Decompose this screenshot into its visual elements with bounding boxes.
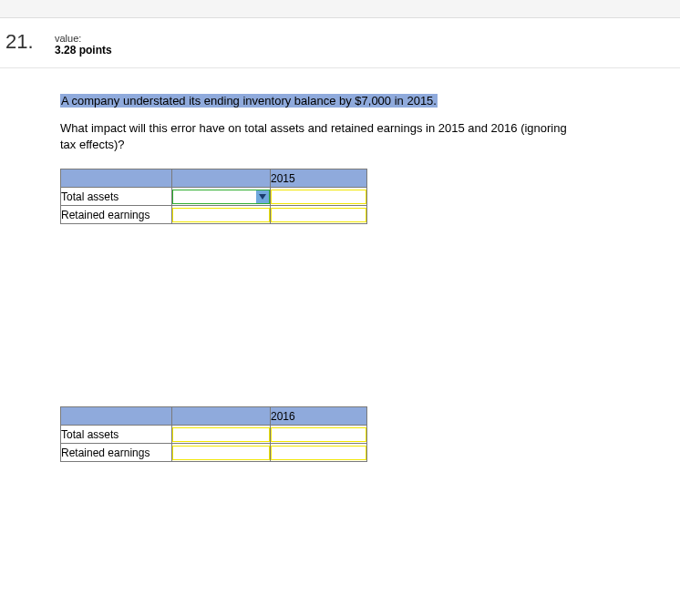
effect-input[interactable] (172, 427, 270, 442)
chevron-down-icon[interactable] (256, 190, 269, 203)
question-number: 21. (5, 31, 55, 53)
effect-input[interactable] (172, 208, 270, 222)
amount-input[interactable] (271, 427, 366, 442)
table-header-year: 2016 (271, 407, 367, 426)
amount-input[interactable] (271, 208, 366, 222)
amount-input[interactable] (271, 446, 366, 460)
amount-input-cell (271, 206, 367, 224)
effect-input-cell (172, 426, 271, 444)
effect-input-cell (172, 206, 271, 224)
table-header-blank (61, 169, 172, 188)
svg-marker-0 (259, 194, 266, 200)
highlighted-statement: A company understated its ending invento… (60, 94, 438, 108)
table-header-blank (172, 169, 271, 188)
question-meta: value: 3.28 points (55, 31, 112, 56)
table-row: Total assets (61, 188, 367, 206)
amount-input[interactable] (271, 190, 366, 204)
amount-input-cell (271, 188, 367, 206)
question: 21. value: 3.28 points A company underst… (0, 18, 680, 462)
table-2016: 2016 Total assets Retained earnings (60, 406, 367, 462)
table-2015: 2015 Total assets Retained earnin (60, 169, 367, 224)
table-header-year: 2015 (271, 169, 367, 188)
top-bar (0, 0, 680, 18)
table-row: Retained earnings (61, 444, 367, 462)
row-label: Total assets (61, 426, 172, 444)
question-header: 21. value: 3.28 points (0, 31, 680, 68)
effect-dropdown-cell (172, 188, 271, 206)
table-row: Retained earnings (61, 206, 367, 224)
question-prompt: What impact will this error have on tota… (60, 120, 583, 152)
effect-input[interactable] (172, 446, 270, 460)
question-body: A company understated its ending invento… (0, 68, 583, 462)
table-header-blank (61, 407, 172, 426)
row-label: Retained earnings (61, 444, 172, 462)
amount-input-cell (271, 426, 367, 444)
effect-input-cell (172, 444, 271, 462)
table-header-blank (172, 407, 271, 426)
row-label: Retained earnings (61, 206, 172, 224)
row-label: Total assets (61, 188, 172, 206)
table-row: Total assets (61, 426, 367, 444)
effect-dropdown[interactable] (172, 190, 270, 204)
value-points: 3.28 points (55, 44, 112, 56)
value-label: value: (55, 33, 112, 44)
amount-input-cell (271, 444, 367, 462)
